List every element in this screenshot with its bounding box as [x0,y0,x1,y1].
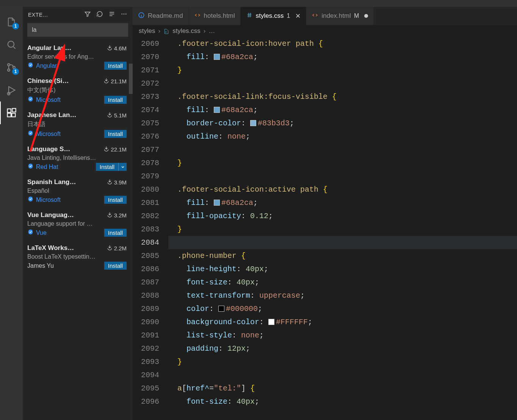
refresh-icon[interactable] [96,11,103,19]
extension-downloads: 22.1M [103,146,127,153]
svg-rect-8 [12,108,16,112]
extension-item[interactable]: Language S… 22.1M Java Linting, Intellis… [24,142,131,175]
svg-point-2 [8,69,10,71]
extensions-search-input[interactable] [27,23,128,37]
extension-item[interactable]: Angular Lan… 4.6M Editor services for An… [24,41,131,73]
activity-extensions[interactable] [0,101,23,124]
verified-icon [27,229,34,237]
file-type-icon [246,12,253,20]
extension-description: Java Linting, Intellisens… [27,155,127,161]
sidebar-header: EXTE… [23,7,133,22]
extension-description: Boost LaTeX typesettin… [27,253,127,260]
svg-point-0 [8,41,14,47]
breadcrumb-segment[interactable]: styles [139,27,155,35]
extension-description: 中文(简体) [27,86,127,94]
download-icon [103,78,109,84]
extension-name: Angular Lan… [27,44,104,52]
verified-icon [27,96,34,104]
extensions-sidebar: EXTE… Angular Lan… 4.6M Editor services … [23,7,133,420]
editor-tab[interactable]: Readme.md [133,7,189,25]
extension-item[interactable]: Chinese (Si… 21.1M 中文(简体) Microsoft Inst… [24,73,131,108]
svg-rect-7 [12,113,15,117]
download-icon [107,212,113,219]
download-count: 3.9M [114,179,127,186]
extension-item[interactable]: Vue Languag… 3.2M Language support for …… [24,208,131,240]
download-icon [107,179,113,186]
editor-tab[interactable]: hotels.html [189,7,241,25]
scrollbar-thumb[interactable] [129,64,133,94]
extension-downloads: 3.9M [107,179,127,186]
download-icon [107,45,113,52]
verified-icon [27,130,34,138]
download-icon [107,245,113,251]
extension-downloads: 3.2M [107,212,127,219]
download-icon [107,112,113,119]
install-button[interactable]: Install [104,96,127,104]
filter-icon[interactable] [84,11,91,19]
tab-label: index.html [321,12,351,20]
editor-tab[interactable]: index.html M [306,7,374,25]
file-icon: # [163,27,169,35]
breadcrumb-rest[interactable]: … [209,27,215,35]
extension-publisher: Red Hat [36,164,94,170]
extension-name: Chinese (Si… [27,77,100,85]
extension-description: Language support for … [27,220,127,227]
extension-downloads: 2.2M [107,245,127,251]
more-icon[interactable] [121,11,127,19]
extension-publisher: Microsoft [36,97,102,103]
extension-downloads: 4.6M [107,45,127,52]
extension-publisher: Microsoft [36,197,102,203]
install-button[interactable]: Install [104,130,127,138]
install-split-button[interactable]: Install [96,163,127,171]
activity-explorer[interactable]: 1 [0,11,23,33]
editor-tabs: Readme.md hotels.html styles.css 1 ✕ ind… [133,7,517,25]
extension-item[interactable]: Spanish Lang… 3.9M Español Microsoft Ins… [24,175,131,208]
extension-name: Vue Languag… [27,211,104,219]
extension-publisher: James Yu [27,262,102,269]
download-count: 21.1M [111,78,127,84]
tab-status: M [354,12,359,19]
activity-run-debug[interactable] [0,79,23,101]
install-button[interactable]: Install [104,262,127,270]
install-button[interactable]: Install [104,62,127,70]
code-content[interactable]: .footer-social-icon:hover path { fill: #… [166,37,517,420]
install-dropdown-button[interactable] [118,163,127,171]
extension-item[interactable]: LaTeX Works… 2.2M Boost LaTeX typesettin… [24,240,131,273]
tab-label: styles.css [256,12,284,20]
download-count: 4.6M [114,45,127,52]
file-type-icon [312,12,318,20]
chevron-right-icon: › [204,27,206,35]
editor-tab[interactable]: styles.css 1 ✕ [241,7,307,25]
svg-point-10 [124,14,124,14]
close-icon[interactable]: ✕ [295,12,301,20]
activity-bar: 1 1 [0,7,23,420]
verified-icon [27,163,34,171]
extension-publisher: Microsoft [36,131,102,137]
svg-point-11 [125,14,126,14]
install-button[interactable]: Install [104,229,127,237]
breadcrumbs[interactable]: styles › # styles.css › … [133,25,517,37]
extension-name: LaTeX Works… [27,244,104,252]
code-editor[interactable]: 2069207020712072207320742075207620772078… [133,37,517,420]
svg-point-1 [8,64,10,66]
activity-search[interactable] [0,33,23,56]
scm-badge: 1 [12,68,19,75]
svg-rect-5 [8,109,11,112]
activity-source-control[interactable]: 1 [0,56,23,79]
tab-label: Readme.md [148,12,183,20]
titlebar [0,0,517,7]
breadcrumb-segment[interactable]: styles.css [172,27,201,35]
install-button[interactable]: Install [104,196,127,204]
download-count: 5.1M [114,112,127,119]
download-icon [103,146,109,153]
install-button[interactable]: Install [96,163,118,171]
verified-icon [27,196,34,204]
line-number-gutter: 2069207020712072207320742075207620772078… [133,37,166,420]
sidebar-title: EXTE… [28,12,51,18]
svg-text:#: # [165,31,167,33]
svg-point-9 [122,14,122,14]
extensions-list: Angular Lan… 4.6M Editor services for An… [23,41,133,420]
extension-name: Spanish Lang… [27,178,104,186]
extension-item[interactable]: Japanese Lan… 5.1M 日本語 Microsoft Install [24,108,131,142]
clear-icon[interactable] [108,11,115,19]
